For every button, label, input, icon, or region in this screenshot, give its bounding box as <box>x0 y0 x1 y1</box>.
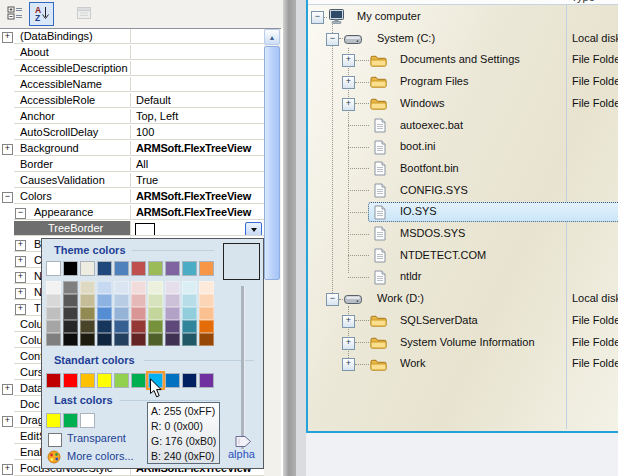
tree-row-program-files[interactable]: +Program FilesFile Folder <box>308 71 618 93</box>
expand-icon[interactable]: + <box>2 464 13 475</box>
property-row-accessiblerole[interactable]: AccessibleRoleDefault <box>0 93 264 109</box>
tint-color-swatch[interactable] <box>63 333 78 346</box>
tree-node-label[interactable]: My computer <box>357 6 421 28</box>
tree-node-label[interactable]: IO.SYS <box>400 201 437 223</box>
tint-color-swatch[interactable] <box>114 320 129 333</box>
expand-icon[interactable]: + <box>2 144 13 155</box>
tree-node-label[interactable]: SQLServerData <box>400 310 478 332</box>
theme-color-swatch[interactable] <box>97 261 112 276</box>
property-row-accessiblename[interactable]: AccessibleName <box>0 77 264 93</box>
tint-color-swatch[interactable] <box>46 333 61 346</box>
standard-color-swatch[interactable] <box>199 373 214 388</box>
tint-color-swatch[interactable] <box>46 294 61 307</box>
last-color-swatch[interactable] <box>63 413 78 428</box>
standard-color-swatch[interactable] <box>182 373 197 388</box>
theme-color-swatch[interactable] <box>182 261 197 276</box>
tree-node-label[interactable]: NTDETECT.COM <box>400 245 486 267</box>
tree-column-header[interactable]: Type <box>308 0 618 5</box>
scrollbar-thumb[interactable] <box>264 46 280 280</box>
tint-color-swatch[interactable] <box>199 281 214 294</box>
tree-row-work-d[interactable]: −Work (D:)Local disk <box>308 288 618 310</box>
tint-color-swatch[interactable] <box>46 307 61 320</box>
standard-color-swatch[interactable] <box>114 373 129 388</box>
property-row-background[interactable]: +BackgroundARMSoft.FlexTreeView <box>0 141 264 157</box>
tint-color-swatch[interactable] <box>165 320 180 333</box>
tint-color-swatch[interactable] <box>199 307 214 320</box>
tree-row-bootfont-bin[interactable]: Bootfont.bin <box>308 158 618 180</box>
tint-color-swatch[interactable] <box>97 294 112 307</box>
tree-node-label[interactable]: System (C:) <box>377 28 435 50</box>
current-color-swatch[interactable] <box>135 223 155 236</box>
tint-color-swatch[interactable] <box>165 307 180 320</box>
collapse-icon[interactable]: − <box>326 293 339 306</box>
tint-color-swatch[interactable] <box>46 320 61 333</box>
expand-icon[interactable]: + <box>342 54 355 67</box>
tint-color-swatch[interactable] <box>148 320 163 333</box>
tint-color-swatch[interactable] <box>80 320 95 333</box>
expand-icon[interactable]: + <box>342 76 355 89</box>
tree-row-sqlserverdata[interactable]: +SQLServerDataFile Folder <box>308 310 618 332</box>
tree-row-documents-and-settings[interactable]: +Documents and SettingsFile Folder <box>308 49 618 71</box>
theme-color-swatch[interactable] <box>199 261 214 276</box>
tree-node-label[interactable]: Documents and Settings <box>400 49 520 71</box>
tint-color-swatch[interactable] <box>182 307 197 320</box>
theme-color-swatch[interactable] <box>46 261 61 276</box>
collapse-icon[interactable]: − <box>2 192 13 203</box>
standard-color-swatch[interactable] <box>46 373 61 388</box>
last-color-swatch[interactable] <box>80 413 95 428</box>
panel-splitter[interactable] <box>283 0 296 476</box>
tint-color-swatch[interactable] <box>114 307 129 320</box>
tint-color-swatch[interactable] <box>63 294 78 307</box>
tint-color-swatch[interactable] <box>63 307 78 320</box>
tree-row-autoexec-bat[interactable]: autoexec.bat <box>308 115 618 137</box>
theme-color-swatch[interactable] <box>114 261 129 276</box>
transparent-checkbox[interactable] <box>48 433 62 447</box>
tint-color-swatch[interactable] <box>80 294 95 307</box>
tint-color-swatch[interactable] <box>148 281 163 294</box>
expand-icon[interactable]: + <box>342 358 355 371</box>
tint-color-swatch[interactable] <box>97 307 112 320</box>
tint-color-swatch[interactable] <box>63 281 78 294</box>
tint-color-swatch[interactable] <box>63 320 78 333</box>
tree-node-label[interactable]: System Volume Information <box>400 332 535 354</box>
alphabetical-sort-button[interactable]: A Z <box>29 2 54 26</box>
tree-row-io-sys[interactable]: IO.SYS <box>308 201 618 223</box>
theme-color-swatch[interactable] <box>148 261 163 276</box>
property-row-about[interactable]: About <box>0 45 264 61</box>
scroll-up-button[interactable]: ▲ <box>264 29 280 45</box>
tree-node-label[interactable]: Windows <box>400 93 445 115</box>
tint-color-swatch[interactable] <box>114 294 129 307</box>
tint-color-swatch[interactable] <box>131 333 146 346</box>
tint-color-swatch[interactable] <box>148 294 163 307</box>
tint-color-swatch[interactable] <box>148 333 163 346</box>
tree-row-system-volume-information[interactable]: +System Volume InformationFile Folder <box>308 332 618 354</box>
tree-row-msdos-sys[interactable]: MSDOS.SYS <box>308 223 618 245</box>
tint-color-swatch[interactable] <box>80 281 95 294</box>
property-row-colors[interactable]: −ColorsARMSoft.FlexTreeView <box>0 189 264 205</box>
expand-icon[interactable]: + <box>2 32 13 43</box>
tree-row-boot-ini[interactable]: boot.ini <box>308 136 618 158</box>
tint-color-swatch[interactable] <box>97 333 112 346</box>
tint-color-swatch[interactable] <box>97 281 112 294</box>
tint-color-swatch[interactable] <box>131 281 146 294</box>
tint-color-swatch[interactable] <box>80 307 95 320</box>
expand-icon[interactable]: + <box>342 315 355 328</box>
dropdown-button[interactable] <box>245 222 262 236</box>
tree-row-windows[interactable]: +WindowsFile Folder <box>308 93 618 115</box>
tree-node-label[interactable]: Work (D:) <box>377 288 424 310</box>
tree-node-label[interactable]: Program Files <box>400 71 468 93</box>
tint-color-swatch[interactable] <box>182 333 197 346</box>
alpha-slider-track[interactable] <box>241 286 245 449</box>
tree-row-ntdetect-com[interactable]: NTDETECT.COM <box>308 245 618 267</box>
tint-color-swatch[interactable] <box>165 294 180 307</box>
property-row-appearance[interactable]: −AppearanceARMSoft.FlexTreeView <box>0 205 264 221</box>
property-row-treeborder[interactable]: TreeBorder <box>0 221 264 237</box>
tint-color-swatch[interactable] <box>114 333 129 346</box>
property-row-databindings[interactable]: +(DataBindings) <box>0 29 264 45</box>
theme-color-swatch[interactable] <box>80 261 95 276</box>
standard-color-swatch[interactable] <box>80 373 95 388</box>
property-row-accessibledescription[interactable]: AccessibleDescription <box>0 61 264 77</box>
tint-color-swatch[interactable] <box>80 333 95 346</box>
more-colors-link[interactable]: More colors... <box>67 450 134 462</box>
property-row-border[interactable]: BorderAll <box>0 157 264 173</box>
